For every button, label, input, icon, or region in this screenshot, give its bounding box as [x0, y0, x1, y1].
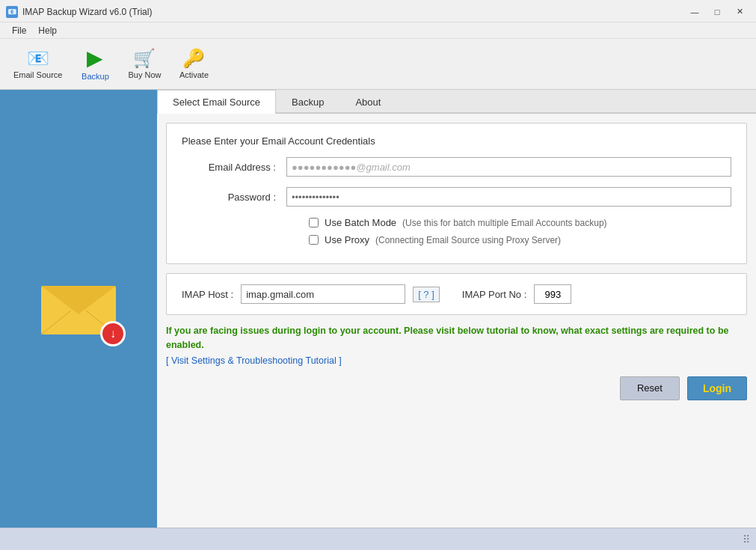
email-label: Email Address : [182, 162, 286, 173]
use-proxy-checkbox[interactable] [309, 235, 319, 245]
tab-about[interactable]: About [339, 90, 396, 114]
password-row: Password : [182, 187, 731, 207]
imap-section: IMAP Host : [ ? ] IMAP Port No : [166, 273, 747, 315]
imap-port-label: IMAP Port No : [462, 289, 526, 300]
credentials-panel-title: Please Enter your Email Account Credenti… [182, 135, 731, 147]
tab-select-email-source[interactable]: Select Email Source [157, 90, 276, 114]
reset-button[interactable]: Reset [620, 376, 680, 400]
imap-row: IMAP Host : [ ? ] IMAP Port No : [182, 284, 731, 304]
batch-mode-row: Use Batch Mode (Use this for batch multi… [294, 217, 731, 228]
activate-icon: 🔑 [182, 49, 205, 67]
buy-now-icon: 🛒 [133, 49, 156, 67]
toolbar: 📧 Email Source ▶ Backup 🛒 Buy Now 🔑 Acti… [0, 39, 756, 90]
status-bar: ⠿ [0, 528, 756, 550]
title-bar: IMAP Backup Wizard v6.0 (Trial) — □ ✕ [0, 0, 756, 22]
email-source-button[interactable]: 📧 Email Source [6, 46, 70, 82]
minimize-button[interactable]: — [684, 4, 705, 19]
batch-mode-label: Use Batch Mode [325, 217, 396, 228]
sidebar-icon: ↓ [34, 272, 123, 346]
app-icon [6, 6, 18, 18]
menu-bar: File Help [0, 22, 756, 39]
main-layout: ↓ Select Email Source Backup About Pleas… [0, 90, 756, 528]
info-section: If you are facing issues during login to… [166, 324, 747, 366]
title-bar-controls: — □ ✕ [684, 4, 750, 19]
login-button[interactable]: Login [687, 376, 747, 400]
close-button[interactable]: ✕ [729, 4, 750, 19]
use-proxy-hint: (Connecting Email Source using Proxy Ser… [375, 235, 561, 245]
tab-backup[interactable]: Backup [276, 90, 339, 114]
email-source-icon: 📧 [27, 49, 49, 67]
email-row: Email Address : [182, 157, 731, 177]
buy-now-button[interactable]: 🛒 Buy Now [120, 46, 168, 82]
menu-help[interactable]: Help [32, 24, 63, 37]
activate-button[interactable]: 🔑 Activate [171, 46, 216, 82]
email-source-label: Email Source [13, 70, 62, 79]
use-proxy-row: Use Proxy (Connecting Email Source using… [294, 234, 731, 245]
title-bar-left: IMAP Backup Wizard v6.0 (Trial) [6, 6, 152, 18]
backup-button[interactable]: ▶ Backup [73, 45, 117, 84]
batch-mode-checkbox[interactable] [309, 218, 319, 227]
password-label: Password : [182, 192, 286, 203]
tutorial-link[interactable]: [ Visit Settings & Troubleshooting Tutor… [166, 355, 342, 366]
imap-host-label: IMAP Host : [182, 289, 233, 300]
email-input[interactable] [286, 157, 731, 177]
imap-host-input[interactable] [241, 284, 405, 304]
download-badge: ↓ [100, 321, 126, 346]
menu-file[interactable]: File [6, 24, 32, 37]
imap-port-input[interactable] [534, 284, 571, 304]
tabs: Select Email Source Backup About [157, 90, 756, 114]
credentials-panel: Please Enter your Email Account Credenti… [166, 123, 747, 264]
backup-label: Backup [82, 72, 109, 81]
backup-icon: ▶ [87, 48, 103, 69]
activate-label: Activate [179, 70, 209, 79]
use-proxy-label: Use Proxy [325, 234, 369, 245]
maximize-button[interactable]: □ [707, 4, 728, 19]
content-area: Select Email Source Backup About Please … [157, 90, 756, 528]
status-grip: ⠿ [743, 534, 750, 546]
app-title: IMAP Backup Wizard v6.0 (Trial) [22, 7, 152, 17]
action-row: Reset Login [166, 376, 747, 400]
imap-help-button[interactable]: [ ? ] [413, 287, 440, 302]
batch-mode-hint: (Use this for batch multiple Email Accou… [402, 218, 606, 228]
sidebar: ↓ [0, 90, 157, 528]
buy-now-label: Buy Now [128, 70, 161, 79]
info-text: If you are facing issues during login to… [166, 324, 747, 352]
password-input[interactable] [286, 187, 731, 207]
download-arrow-icon: ↓ [110, 327, 116, 340]
